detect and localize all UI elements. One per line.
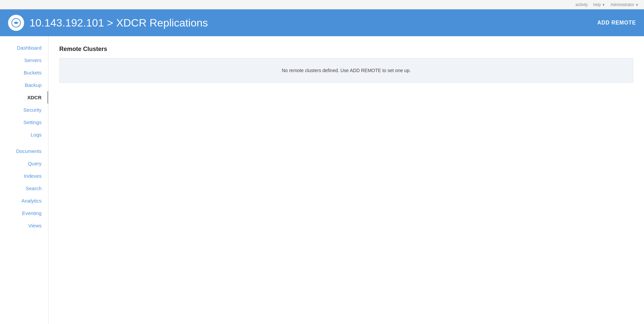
empty-clusters-message: No remote clusters defined. Use ADD REMO…	[59, 58, 633, 83]
app-logo[interactable]	[8, 15, 24, 31]
sidebar: DashboardServersBucketsBackupXDCRSecurit…	[0, 36, 49, 324]
sidebar-item-logs[interactable]: Logs	[0, 128, 48, 141]
sidebar-item-views[interactable]: Views	[0, 219, 48, 232]
sidebar-item-indexes[interactable]: Indexes	[0, 170, 48, 182]
help-link[interactable]: help ▼	[593, 2, 605, 7]
sidebar-item-search[interactable]: Search	[0, 182, 48, 195]
sidebar-item-servers[interactable]: Servers	[0, 54, 48, 66]
section-title: Remote Clusters	[59, 46, 633, 53]
sidebar-item-buckets[interactable]: Buckets	[0, 66, 48, 79]
sidebar-item-backup[interactable]: Backup	[0, 79, 48, 91]
utility-bar: activity help ▼ Administrator ▼	[0, 0, 644, 9]
add-remote-button[interactable]: ADD REMOTE	[597, 20, 636, 26]
activity-link[interactable]: activity	[575, 2, 588, 7]
sidebar-item-documents[interactable]: Documents	[0, 145, 48, 157]
sidebar-item-xdcr[interactable]: XDCR	[0, 91, 48, 104]
sidebar-item-eventing[interactable]: Eventing	[0, 207, 48, 219]
header-bar: 10.143.192.101 > XDCR Replications ADD R…	[0, 9, 644, 36]
header-left: 10.143.192.101 > XDCR Replications	[8, 15, 208, 31]
sidebar-item-security[interactable]: Security	[0, 104, 48, 116]
sidebar-item-analytics[interactable]: Analytics	[0, 195, 48, 207]
page-title: 10.143.192.101 > XDCR Replications	[29, 17, 208, 29]
admin-link[interactable]: Administrator ▼	[611, 2, 639, 7]
sidebar-item-dashboard[interactable]: Dashboard	[0, 42, 48, 54]
sidebar-item-settings[interactable]: Settings	[0, 116, 48, 128]
main-content: Remote Clusters No remote clusters defin…	[49, 36, 644, 324]
main-layout: DashboardServersBucketsBackupXDCRSecurit…	[0, 36, 644, 324]
sidebar-item-query[interactable]: Query	[0, 157, 48, 170]
